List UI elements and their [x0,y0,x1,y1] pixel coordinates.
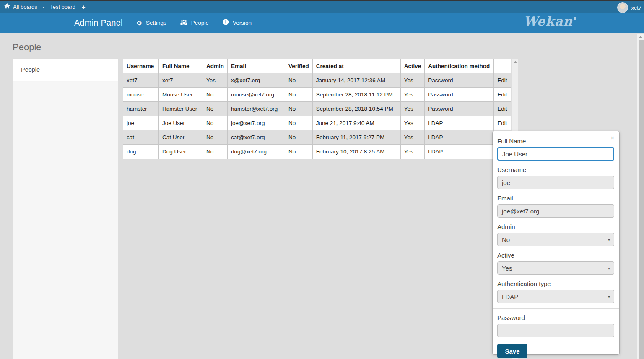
table-header-row: Username Full Name Admin Email Verified … [123,59,511,73]
table-cell: mouse [123,88,159,102]
table-cell: September 28, 2018 11:12 PM [312,88,400,102]
admin-sidebar: People [13,59,118,359]
people-icon [180,19,187,26]
username-value: joe [502,179,510,186]
table-cell: No [285,88,313,102]
table-cell: No [285,102,313,116]
nav-item-settings-label: Settings [146,20,166,26]
breadcrumb-board-name[interactable]: Test board [50,4,75,10]
col-verified: Verified [285,59,313,73]
edit-link[interactable]: Edit [494,102,511,116]
table-cell: joe@xet7.org [228,116,285,130]
nav-item-version[interactable]: Version [223,19,252,26]
col-admin: Admin [203,59,228,73]
table-cell: Mouse User [159,88,203,102]
username-label: Username [497,166,614,174]
save-button[interactable]: Save [497,344,527,358]
table-cell: No [203,145,228,159]
table-row: hamsterHamster UserNohamster@xet7.orgNoS… [123,102,511,116]
table-cell: Joe User [159,116,203,130]
nav-item-version-label: Version [233,20,252,26]
table-row: mouseMouse UserNomouse@xet7.orgNoSeptemb… [123,88,511,102]
table-cell: Hamster User [159,102,203,116]
add-board-icon[interactable]: + [82,3,86,10]
active-select[interactable]: Yes ▾ [497,261,614,275]
chevron-down-icon: ▾ [608,266,610,271]
nav-item-people-label: People [191,20,209,26]
page-scrollbar[interactable] [637,34,644,359]
wekan-logo: Wekan [524,14,576,29]
sidebar-item-people[interactable]: People [13,59,118,81]
admin-navbar: Admin Panel ⚙ Settings People Version We… [0,13,644,33]
table-cell: Yes [400,73,425,88]
table-cell: LDAP [425,145,494,159]
text-cursor [528,151,528,158]
table-cell: June 21, 2017 9:40 AM [312,116,400,130]
panel-divider [493,308,619,309]
table-cell: Yes [400,145,425,159]
edit-link[interactable]: Edit [494,116,511,130]
table-cell: hamster [123,102,159,116]
col-email: Email [228,59,285,73]
admin-label: Admin [497,223,614,231]
password-input[interactable] [497,324,614,337]
table-cell: No [285,116,313,130]
table-cell: hamster@xet7.org [228,102,285,116]
chevron-down-icon: ▾ [608,294,610,299]
col-created-at: Created at [312,59,400,73]
table-cell: Cat User [159,130,203,145]
table-cell: Yes [203,73,228,88]
breadcrumb: All boards - Test board + [4,3,86,10]
full-name-input[interactable]: Joe User [497,147,614,161]
table-cell: xet7 [159,73,203,88]
email-input: joe@xet7.org [497,204,614,218]
table-cell: Yes [400,116,425,130]
table-cell: No [285,130,313,145]
admin-select-value: No [502,236,510,243]
full-name-label: Full Name [497,137,614,146]
sidebar-item-label: People [21,66,40,73]
active-select-value: Yes [502,265,512,272]
table-cell: Yes [400,88,425,102]
table-row: xet7xet7Yesx@xet7.orgNoJanuary 14, 2017 … [123,73,511,88]
table-cell: x@xet7.org [228,73,285,88]
user-menu[interactable]: xet7 [617,2,641,13]
edit-link[interactable]: Edit [494,88,511,102]
close-icon[interactable]: × [611,135,614,141]
scroll-up-icon[interactable] [639,36,642,38]
home-icon[interactable] [4,3,10,10]
table-cell: No [285,73,313,88]
password-label: Password [497,314,614,322]
breadcrumb-separator: - [43,4,44,10]
table-cell: No [203,88,228,102]
table-cell: LDAP [425,130,494,145]
nav-item-people[interactable]: People [180,19,209,26]
table-cell: No [203,102,228,116]
table-cell: No [203,130,228,145]
scrollbar-thumb[interactable] [639,40,644,359]
auth-type-select-value: LDAP [502,293,518,300]
breadcrumb-all-boards[interactable]: All boards [13,4,37,10]
col-edit [494,59,511,73]
table-cell: cat@xet7.org [228,130,285,145]
info-icon [223,19,229,26]
edit-link[interactable]: Edit [494,73,511,88]
people-table: Username Full Name Admin Email Verified … [123,59,511,159]
table-cell: Dog User [159,145,203,159]
user-name: xet7 [631,5,641,11]
table-cell: September 28, 2018 10:54 PM [312,102,400,116]
auth-type-select[interactable]: LDAP ▾ [497,290,614,303]
avatar[interactable] [617,2,628,13]
col-auth-method: Authentication method [425,59,494,73]
scroll-up-icon[interactable] [514,61,517,63]
col-username: Username [123,59,159,73]
table-cell: dog@xet7.org [228,145,285,159]
table-cell: No [203,116,228,130]
chevron-down-icon: ▾ [608,237,610,242]
nav-item-settings[interactable]: ⚙ Settings [137,20,166,26]
full-name-value: Joe User [502,151,527,158]
admin-select[interactable]: No ▾ [497,233,614,246]
auth-type-label: Authentication type [497,280,614,288]
table-cell: Password [425,102,494,116]
table-cell: Yes [400,130,425,145]
